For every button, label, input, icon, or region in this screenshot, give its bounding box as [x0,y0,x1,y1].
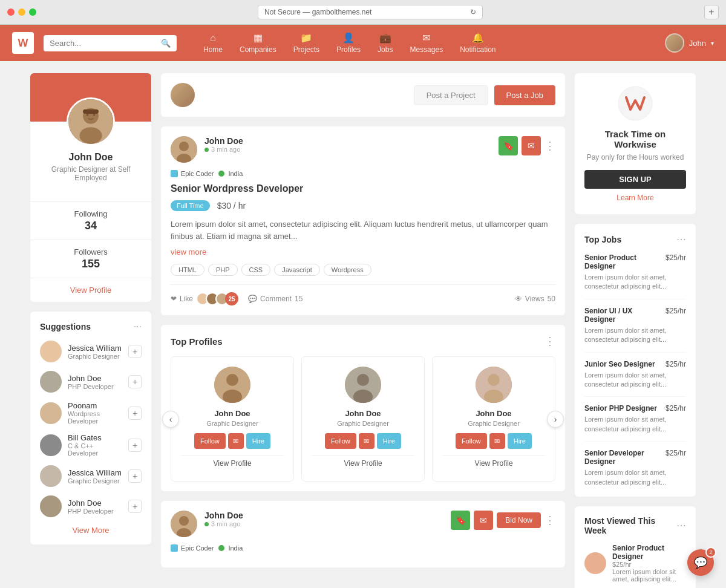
profiles-grid: ‹ John Doe Graphic Designer Follow ✉ [171,356,555,482]
suggestion-name-5: Jessica William [68,468,122,477]
add-button-3[interactable]: + [128,407,142,420]
job-header-1: John Doe 3 min ago 🔖 ✉ ⋮ [171,136,555,163]
nav-projects[interactable]: 📁 Projects [286,27,327,59]
online-indicator [204,148,209,152]
job-tags-row-2: Epic Coder India [171,544,555,552]
close-dot[interactable] [7,8,15,16]
top-job-rate-5: $25/hr [666,449,686,457]
nav-search[interactable]: 🔍 [44,35,177,51]
suggestion-name-3: Poonam [68,401,122,410]
workwise-logo [617,85,653,122]
like-icon: ❤ [171,295,177,303]
company-tag: Epic Coder [171,170,214,177]
top-job-title-4: Senior PHP Designer [584,404,657,413]
message-profile-3[interactable]: ✉ [489,433,505,449]
view-profile-link-2[interactable]: View Profile [312,455,414,471]
top-job-title-5: Senior Developer Designer [584,449,666,466]
message-profile-1[interactable]: ✉ [228,433,244,449]
new-tab-button[interactable]: + [704,5,719,19]
follow-button-3[interactable]: Follow [456,433,487,449]
suggestion-name-2: John Doe [68,374,122,383]
add-button-4[interactable]: + [128,439,142,452]
learn-more-link[interactable]: Learn More [616,194,653,202]
nav-jobs[interactable]: 💼 Jobs [370,27,400,59]
post-compose: Post a Project Post a Job [161,73,565,117]
hire-button-1[interactable]: Hire [246,433,270,449]
views-icon: 👁 [515,295,522,303]
address-bar[interactable]: Not Secure — gambolthemes.net ↻ [258,5,483,19]
job-rate: $30 / hr [217,201,246,211]
online-indicator-2 [204,522,209,526]
feed: Post a Project Post a Job John D [161,73,565,588]
list-item: John Doe PHP Developer + [40,371,142,393]
message-profile-2[interactable]: ✉ [359,433,374,449]
view-more-job-link[interactable]: view more [171,247,206,256]
view-more-suggestions[interactable]: View More [40,526,142,535]
post-job-button[interactable]: Post a Job [494,85,555,105]
like-label: Like [180,295,193,303]
hire-button-2[interactable]: Hire [377,433,401,449]
chat-bubble[interactable]: 💬 2 [687,549,714,576]
profile-grid-item-1: John Doe Graphic Designer Follow ✉ Hire … [171,356,294,482]
more-options-icon[interactable]: ⋮ [544,139,555,152]
add-button-2[interactable]: + [128,375,142,388]
post-project-button[interactable]: Post a Project [414,85,488,105]
top-profiles-more-icon[interactable]: ⋮ [544,335,555,348]
signup-button[interactable]: SIGN UP [584,170,686,189]
carousel-prev-button[interactable]: ‹ [162,411,179,428]
message-button-2[interactable]: ✉ [474,511,493,530]
add-button-5[interactable]: + [128,469,142,483]
top-job-row-3: Junior Seo Designer $25/hr [584,360,686,368]
view-profile-link-1[interactable]: View Profile [181,455,284,471]
follow-button-1[interactable]: Follow [194,433,226,449]
top-job-item-4: Senior PHP Designer $25/hr Lorem ipsum d… [584,404,686,442]
top-jobs-title: Top Jobs [584,235,621,244]
nav-home[interactable]: ⌂ Home [196,28,230,59]
job-post-time: 3 min ago [204,146,491,153]
suggestion-avatar-6 [40,495,62,517]
projects-icon: 📁 [300,32,312,44]
followers-count: 155 [38,258,144,270]
navbar: W 🔍 ⌂ Home ▦ Companies 📁 Projects 👤 Prof… [0,25,726,61]
message-button[interactable]: ✉ [522,136,541,155]
comment-action[interactable]: 💬 Comment 15 [248,295,302,303]
job-card-2: John Doe 3 min ago 🔖 ✉ Bid Now ⋮ Epic Co… [161,501,565,567]
bid-now-button[interactable]: Bid Now [497,512,541,528]
fullscreen-dot[interactable] [29,8,36,16]
profile-grid-item-3: John Doe Graphic Designer Follow ✉ Hire … [432,356,555,482]
nav-logo[interactable]: W [12,32,34,54]
location-tag: India [218,170,243,177]
more-options-icon-2[interactable]: ⋮ [544,514,555,527]
carousel-next-button[interactable]: › [547,411,564,428]
top-jobs-more-icon[interactable]: ⋯ [676,234,686,245]
bookmark-button[interactable]: 🔖 [499,136,518,155]
comment-count: 15 [295,295,302,303]
mv-info-1: Senior Product Designer $25/hr Lorem ips… [612,544,686,583]
follow-button-2[interactable]: Follow [325,433,356,449]
like-action[interactable]: ❤ Like 25 [171,292,238,305]
add-button-6[interactable]: + [128,500,142,513]
nav-messages[interactable]: ✉ Messages [402,27,450,59]
most-viewed-more-icon[interactable]: ⋯ [676,520,686,531]
nav-notification[interactable]: 🔔 Notification [453,27,503,59]
company-icon [171,170,178,177]
bookmark-button-2[interactable]: 🔖 [451,511,470,530]
minimize-dot[interactable] [18,8,25,16]
job-description: Lorem ipsum dolor sit amet, consectetur … [171,218,555,242]
suggestions-more-icon[interactable]: ··· [134,321,142,332]
suggestion-avatar-2 [40,371,62,393]
reload-icon[interactable]: ↻ [470,8,476,16]
nav-user[interactable]: John ▾ [665,33,714,53]
nav-projects-label: Projects [293,45,319,54]
nav-companies[interactable]: ▦ Companies [232,27,284,59]
top-job-item-5: Senior Developer Designer $25/hr Lorem i… [584,449,686,487]
view-profile-button[interactable]: View Profile [30,278,151,302]
search-input[interactable] [50,39,157,48]
add-button-1[interactable]: + [128,345,142,358]
hire-button-3[interactable]: Hire [508,433,532,449]
view-profile-link-3[interactable]: View Profile [442,455,545,471]
compose-actions: Post a Project Post a Job [414,85,555,105]
top-job-row-5: Senior Developer Designer $25/hr [584,449,686,466]
list-item: Poonam Wordpress Developer + [40,401,142,425]
nav-profiles[interactable]: 👤 Profiles [329,27,368,59]
